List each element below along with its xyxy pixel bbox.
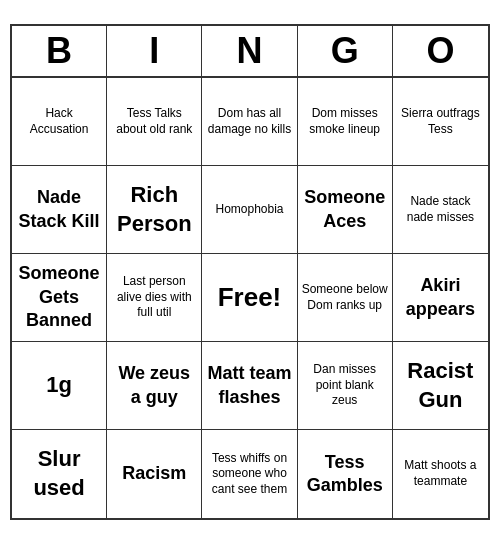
bingo-cell-8: Someone Aces [298,166,393,254]
bingo-cell-21: Racism [107,430,202,518]
bingo-cell-0: Hack Accusation [12,78,107,166]
bingo-cell-5: Nade Stack Kill [12,166,107,254]
bingo-cell-3: Dom misses smoke lineup [298,78,393,166]
bingo-cell-16: We zeus a guy [107,342,202,430]
bingo-cell-9: Nade stack nade misses [393,166,488,254]
bingo-cell-6: Rich Person [107,166,202,254]
bingo-cell-18: Dan misses point blank zeus [298,342,393,430]
bingo-cell-11: Last person alive dies with full util [107,254,202,342]
bingo-cell-4: Sierra outfrags Tess [393,78,488,166]
bingo-cell-12: Free! [202,254,297,342]
bingo-card: BINGO Hack AccusationTess Talks about ol… [10,24,490,520]
bingo-letter-n: N [202,26,297,76]
bingo-cell-7: Homophobia [202,166,297,254]
bingo-cell-20: Slur used [12,430,107,518]
bingo-letter-b: B [12,26,107,76]
bingo-letter-o: O [393,26,488,76]
bingo-header: BINGO [12,26,488,78]
bingo-cell-14: Akiri appears [393,254,488,342]
bingo-cell-24: Matt shoots a teammate [393,430,488,518]
bingo-cell-10: Someone Gets Banned [12,254,107,342]
bingo-cell-1: Tess Talks about old rank [107,78,202,166]
bingo-letter-g: G [298,26,393,76]
bingo-cell-23: Tess Gambles [298,430,393,518]
bingo-cell-2: Dom has all damage no kills [202,78,297,166]
bingo-cell-13: Someone below Dom ranks up [298,254,393,342]
bingo-cell-19: Racist Gun [393,342,488,430]
bingo-letter-i: I [107,26,202,76]
bingo-cell-22: Tess whiffs on someone who cant see them [202,430,297,518]
bingo-cell-15: 1g [12,342,107,430]
bingo-cell-17: Matt team flashes [202,342,297,430]
bingo-grid: Hack AccusationTess Talks about old rank… [12,78,488,518]
